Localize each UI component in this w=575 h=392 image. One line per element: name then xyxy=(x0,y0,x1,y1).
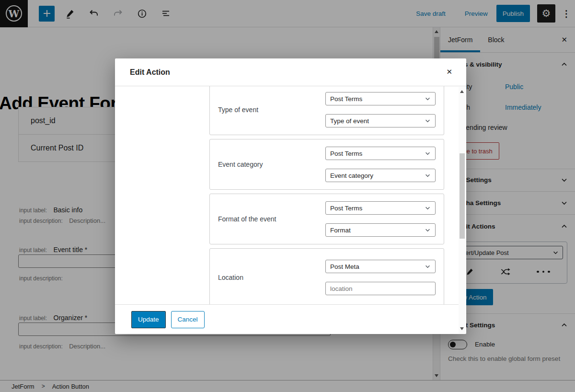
chevron-down-icon xyxy=(425,229,430,232)
value-select[interactable]: Event category xyxy=(325,169,436,182)
modal-scrollbar-thumb[interactable] xyxy=(460,153,465,239)
select-value: Post Terms xyxy=(330,95,362,103)
field-map-controls: Post Terms Event category xyxy=(325,147,436,182)
field-map-row: Event category Post Terms Event category xyxy=(209,139,444,190)
field-map-label: Location xyxy=(218,274,243,281)
chevron-down-icon xyxy=(425,207,430,210)
source-select[interactable]: Post Meta xyxy=(325,260,436,273)
chevron-down-icon xyxy=(425,119,430,123)
input-value: location xyxy=(330,285,353,292)
select-value: Format xyxy=(330,227,351,234)
meta-key-input[interactable]: location xyxy=(325,282,436,295)
modal-header: Edit Action ✕ xyxy=(115,58,466,86)
field-map-controls: Post Terms Type of event xyxy=(325,92,436,127)
value-select[interactable]: Type of event xyxy=(325,114,436,127)
field-map-row: Type of event Post Terms Type of event xyxy=(209,86,444,135)
modal-title: Edit Action xyxy=(130,68,170,77)
select-value: Event category xyxy=(330,172,373,179)
field-map-label: Format of the event xyxy=(218,215,276,223)
chevron-down-icon xyxy=(425,174,430,177)
wordpress-editor: W Save draft Preview Publish ⚙ ⋮ Add Ev xyxy=(0,0,575,392)
value-select[interactable]: Format xyxy=(325,223,436,237)
field-map-row: Format of the event Post Terms Format xyxy=(209,194,444,244)
modal-body: Type of event Post Terms Type of event E… xyxy=(115,86,466,304)
close-modal-button[interactable]: ✕ xyxy=(446,68,452,76)
field-map-label: Type of event xyxy=(218,106,258,114)
field-map-row: Location Post Meta location xyxy=(209,248,444,304)
source-select[interactable]: Post Terms xyxy=(325,147,436,160)
chevron-down-icon xyxy=(425,97,430,101)
modal-scrollbar[interactable] xyxy=(459,87,466,334)
select-value: Post Terms xyxy=(330,150,362,157)
field-map-controls: Post Meta location xyxy=(325,260,436,295)
field-map-label: Event category xyxy=(218,161,263,168)
select-value: Post Meta xyxy=(330,263,359,270)
chevron-down-icon xyxy=(425,152,430,155)
scroll-up-arrow[interactable] xyxy=(460,90,464,93)
chevron-down-icon xyxy=(425,265,430,268)
select-value: Post Terms xyxy=(330,205,362,212)
source-select[interactable]: Post Terms xyxy=(325,201,436,215)
modal-footer: Update Cancel xyxy=(115,304,466,334)
update-button[interactable]: Update xyxy=(131,311,166,328)
cancel-button[interactable]: Cancel xyxy=(171,311,205,328)
edit-action-modal: Edit Action ✕ Type of event Post Terms T… xyxy=(115,58,466,334)
source-select[interactable]: Post Terms xyxy=(325,92,436,105)
field-map-controls: Post Terms Format xyxy=(325,201,436,237)
select-value: Type of event xyxy=(330,117,369,125)
scroll-down-arrow[interactable] xyxy=(460,327,464,330)
